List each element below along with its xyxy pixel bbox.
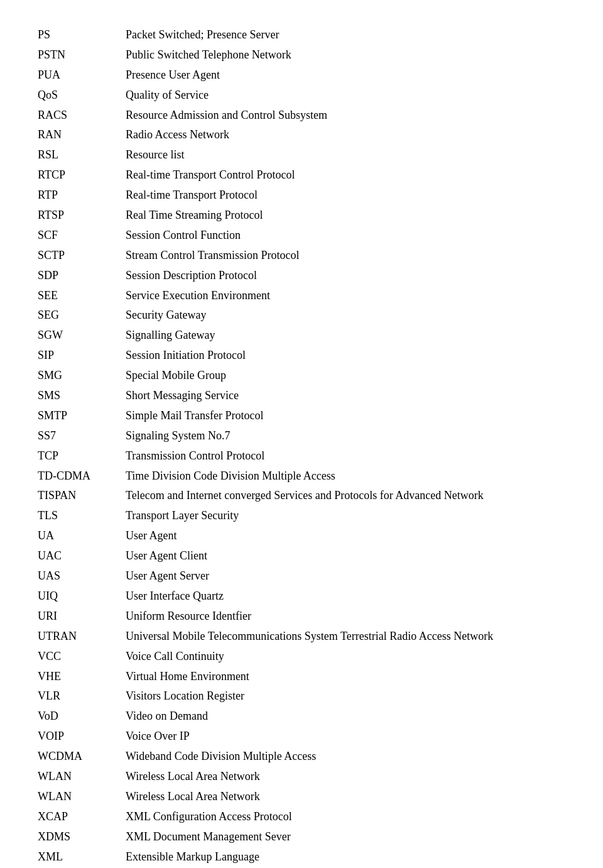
abbreviation: QoS	[38, 85, 126, 106]
abbreviation: WLAN	[38, 787, 126, 807]
table-row: TCPTransmission Control Protocol	[38, 446, 565, 466]
definition: Real-time Transport Protocol	[126, 185, 565, 206]
abbreviation: PS	[38, 25, 126, 45]
definition: Transmission Control Protocol	[126, 446, 565, 466]
table-row: RTPReal-time Transport Protocol	[38, 185, 565, 206]
definition: User Agent	[126, 526, 565, 546]
abbreviation: URI	[38, 607, 126, 627]
abbreviation: SS7	[38, 426, 126, 446]
table-row: VLRVisitors Location Register	[38, 686, 565, 706]
definition: XML Configuration Access Protocol	[126, 807, 565, 827]
definition: Visitors Location Register	[126, 686, 565, 706]
abbreviation: VLR	[38, 686, 126, 706]
abbreviation: UAC	[38, 546, 126, 566]
definition: Simple Mail Transfer Protocol	[126, 406, 565, 426]
abbreviation: RSL	[38, 145, 126, 165]
table-row: SGWSignalling Gateway	[38, 326, 565, 346]
table-row: RANRadio Access Network	[38, 125, 565, 145]
table-row: WCDMAWideband Code Division Multiple Acc…	[38, 747, 565, 767]
definition: Special Mobile Group	[126, 366, 565, 386]
abbreviation: RTP	[38, 185, 126, 206]
definition: User Interface Quartz	[126, 586, 565, 607]
table-row: TLSTransport Layer Security	[38, 506, 565, 526]
abbreviation: RACS	[38, 106, 126, 126]
table-row: SCTPStream Control Transmission Protocol	[38, 246, 565, 266]
definition: Radio Access Network	[126, 125, 565, 145]
table-row: SS7Signaling System No.7	[38, 426, 565, 446]
abbreviation: SMG	[38, 366, 126, 386]
definition: Short Messaging Service	[126, 386, 565, 406]
table-row: SDPSession Description Protocol	[38, 266, 565, 286]
abbreviation: WLAN	[38, 767, 126, 787]
abbreviation: SDP	[38, 266, 126, 286]
definition: Session Initiation Protocol	[126, 346, 565, 366]
definition: Time Division Code Division Multiple Acc…	[126, 466, 565, 486]
definition: Public Switched Telephone Network	[126, 45, 565, 65]
table-row: RSLResource list	[38, 145, 565, 165]
definition: Real Time Streaming Protocol	[126, 206, 565, 226]
definition: Voice Call Continuity	[126, 647, 565, 667]
abbreviation: RAN	[38, 125, 126, 145]
definition: Virtual Home Environment	[126, 667, 565, 687]
definition: User Agent Client	[126, 546, 565, 566]
table-row: XMLExtensible Markup Language	[38, 847, 565, 867]
table-row: VOIPVoice Over IP	[38, 727, 565, 747]
abbreviation: SIP	[38, 346, 126, 366]
table-row: SEEService Execution Environment	[38, 286, 565, 306]
abbreviation: WCDMA	[38, 747, 126, 767]
abbreviation: SEE	[38, 286, 126, 306]
abbreviation: UAS	[38, 566, 126, 586]
table-row: SMSShort Messaging Service	[38, 386, 565, 406]
abbreviation: SGW	[38, 326, 126, 346]
table-row: WLANWireless Local Area Network	[38, 767, 565, 787]
definition: Wideband Code Division Multiple Access	[126, 747, 565, 767]
abbreviation: UTRAN	[38, 627, 126, 647]
definition: XML Document Management Sever	[126, 827, 565, 847]
abbreviation: UIQ	[38, 586, 126, 607]
table-row: VoDVideo on Demand	[38, 706, 565, 727]
abbreviation: SCTP	[38, 246, 126, 266]
table-row: URIUniform Resource Identfier	[38, 607, 565, 627]
table-row: SCFSession Control Function	[38, 226, 565, 246]
table-row: VHEVirtual Home Environment	[38, 667, 565, 687]
abbreviation: RTSP	[38, 206, 126, 226]
definition: Signaling System No.7	[126, 426, 565, 446]
abbreviation: TLS	[38, 506, 126, 526]
table-row: WLANWireless Local Area Network	[38, 787, 565, 807]
table-row: XDMSXML Document Management Sever	[38, 827, 565, 847]
definition: Universal Mobile Telecommunications Syst…	[126, 627, 565, 647]
definition: Presence User Agent	[126, 65, 565, 85]
table-row: TISPANTelecom and Internet converged Ser…	[38, 486, 565, 506]
abbreviation: VCC	[38, 647, 126, 667]
abbreviation: XML	[38, 847, 126, 867]
definition: Stream Control Transmission Protocol	[126, 246, 565, 266]
table-row: XCAPXML Configuration Access Protocol	[38, 807, 565, 827]
table-row: SEGSecurity Gateway	[38, 305, 565, 326]
table-row: RTSPReal Time Streaming Protocol	[38, 206, 565, 226]
table-row: SIPSession Initiation Protocol	[38, 346, 565, 366]
definition: Wireless Local Area Network	[126, 787, 565, 807]
definition: Packet Switched; Presence Server	[126, 25, 565, 45]
abbreviation: XCAP	[38, 807, 126, 827]
definition: Transport Layer Security	[126, 506, 565, 526]
abbreviation: PUA	[38, 65, 126, 85]
table-row: PSPacket Switched; Presence Server	[38, 25, 565, 45]
table-row: RTCPReal-time Transport Control Protocol	[38, 165, 565, 185]
definition: Uniform Resource Identfier	[126, 607, 565, 627]
definition: Quality of Service	[126, 85, 565, 106]
table-row: RACSResource Admission and Control Subsy…	[38, 106, 565, 126]
definition: Telecom and Internet converged Services …	[126, 486, 565, 506]
table-row: TD-CDMATime Division Code Division Multi…	[38, 466, 565, 486]
definition: User Agent Server	[126, 566, 565, 586]
definition: Signalling Gateway	[126, 326, 565, 346]
table-row: UAUser Agent	[38, 526, 565, 546]
definition: Security Gateway	[126, 305, 565, 326]
definition: Resource list	[126, 145, 565, 165]
definition: Service Execution Environment	[126, 286, 565, 306]
definition: Extensible Markup Language	[126, 847, 565, 867]
abbreviation: UA	[38, 526, 126, 546]
table-row: UTRANUniversal Mobile Telecommunications…	[38, 627, 565, 647]
definition: Voice Over IP	[126, 727, 565, 747]
table-row: SMGSpecial Mobile Group	[38, 366, 565, 386]
table-row: PUAPresence User Agent	[38, 65, 565, 85]
